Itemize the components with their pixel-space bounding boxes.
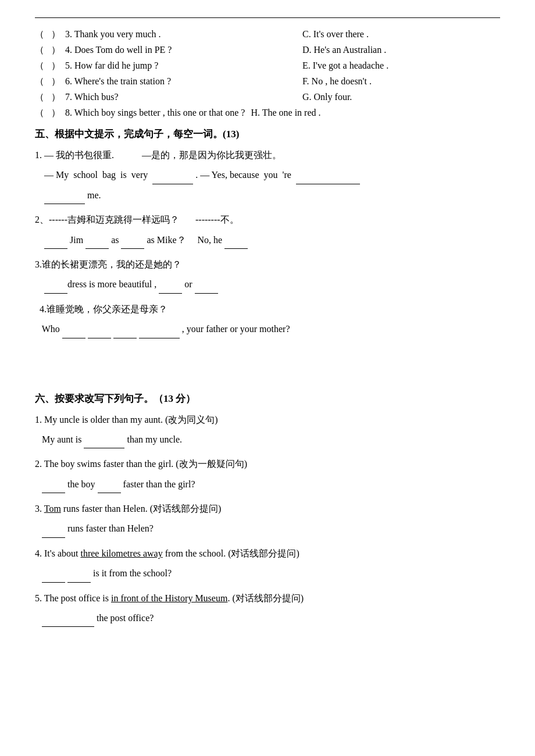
blank-five-2-4 (224, 238, 248, 249)
exercise-five-3: 3.谁的长裙更漂亮，我的还是她的？ dress is more beautifu… (35, 256, 500, 294)
exercise-six-5: 5. The post office is in front of the Hi… (35, 590, 500, 627)
exercise-six-2: 2. The boy swims faster than the girl. (… (35, 455, 500, 493)
matching-answer-8: H. The one in red . (251, 108, 320, 118)
five-1-english-2: me. (35, 187, 500, 204)
matching-row-6: （ ） 6. Where's the train station ? F. No… (35, 76, 500, 88)
matching-row-4: （ ） 4. Does Tom do well in PE ? D. He's … (35, 44, 500, 56)
blank-five-3-1 (44, 283, 67, 294)
matching-left-7: （ ） 7. Which bus? (35, 91, 302, 104)
five-4-english: Who , your father or your mother? (35, 320, 500, 338)
six-3-answer: runs faster than Helen? (35, 520, 500, 537)
paren-close-7: ） (51, 91, 60, 104)
section-five: 五、根据中文提示，完成句子，每空一词。(13) 1. — 我的书包很重. —是的… (35, 127, 500, 338)
exercise-six-3: 3. Tom runs faster than Helen. (对话线部分提问)… (35, 500, 500, 538)
six-1-answer: My aunt is than my uncle. (35, 431, 500, 448)
paren-open-4: （ (35, 44, 44, 56)
six-4-answer: is it from the school? (35, 565, 500, 582)
exercise-five-1: 1. — 我的书包很重. —是的，那是因为你比我更强壮。 — My school… (35, 147, 500, 204)
five-2-chinese: 2、------吉姆和迈克跳得一样远吗？ --------不。 (35, 211, 500, 229)
matching-question-4: 4. Does Tom do well in PE ? (65, 45, 172, 55)
five-1-chinese: 1. — 我的书包很重. —是的，那是因为你比我更强壮。 (35, 147, 500, 164)
blank-six-5 (42, 616, 94, 627)
five-4-chinese: 4.谁睡觉晚，你父亲还是母亲？ (35, 301, 500, 318)
six-5-underline: in front of the History Museum (111, 593, 227, 603)
exercise-five-2: 2、------吉姆和迈克跳得一样远吗？ --------不。 Jim as a… (35, 211, 500, 249)
blank-six-1 (84, 437, 124, 448)
matching-answer-3: C. It's over there . (302, 29, 500, 40)
matching-answer-4: D. He's an Australian . (302, 45, 500, 55)
paren-close-4: ） (51, 44, 60, 56)
five-1-english-1: — My school bag is very . — Yes, because… (35, 166, 500, 184)
matching-left-3: （ ） 3. Thank you very much . (35, 28, 302, 41)
matching-left-4: （ ） 4. Does Tom do well in PE ? (35, 44, 302, 56)
six-1-original: 1. My uncle is older than my aunt. (改为同义… (35, 411, 500, 429)
section-six: 六、按要求改写下列句子。（13 分） 1. My uncle is older … (35, 392, 500, 627)
blank-five-2-2 (85, 238, 109, 249)
six-2-original: 2. The boy swims faster than the girl. (… (35, 455, 500, 473)
six-3-underline: Tom (44, 504, 61, 513)
blank-five-3-3 (195, 283, 218, 294)
blank-six-2-1 (42, 482, 65, 493)
matching-left-8: （ ） 8. Which boy sings better , this one… (35, 107, 245, 119)
paren-open-3: （ (35, 28, 44, 41)
paren-close-8: ） (51, 107, 60, 119)
five-2-english: Jim as as Mike？ No, he (35, 231, 500, 249)
blank-five-2-1 (44, 238, 67, 249)
matching-answer-6: F. No , he doesn't . (302, 76, 500, 87)
blank-five-4-1 (62, 327, 85, 338)
six-4-original: 4. It's about three kilometres away from… (35, 545, 500, 562)
blank-six-2-2 (98, 482, 121, 493)
matching-section: （ ） 3. Thank you very much . C. It's ove… (35, 28, 500, 119)
six-3-original: 3. Tom runs faster than Helen. (对话线部分提问) (35, 500, 500, 518)
section-six-title: 六、按要求改写下列句子。（13 分） (35, 392, 500, 405)
matching-question-5: 5. How far did he jump ? (65, 60, 158, 71)
exercise-six-4: 4. It's about three kilometres away from… (35, 545, 500, 583)
paren-close-6: ） (51, 76, 60, 88)
matching-row-7: （ ） 7. Which bus? G. Only four. (35, 91, 500, 104)
matching-question-8: 8. Which boy sings better , this one or … (65, 108, 245, 118)
blank-five-4-4 (139, 327, 180, 338)
matching-left-6: （ ） 6. Where's the train station ? (35, 76, 302, 88)
matching-row-5: （ ） 5. How far did he jump ? E. I've got… (35, 60, 500, 72)
blank-five-1-1 (152, 173, 193, 184)
matching-question-6: 6. Where's the train station ? (65, 76, 171, 87)
blank-five-4-2 (88, 327, 111, 338)
paren-open-7: （ (35, 91, 44, 104)
matching-row-8: （ ） 8. Which boy sings better , this one… (35, 107, 500, 119)
five-3-chinese: 3.谁的长裙更漂亮，我的还是她的？ (35, 256, 500, 273)
exercise-six-1: 1. My uncle is older than my aunt. (改为同义… (35, 411, 500, 449)
matching-answer-5: E. I've got a headache . (302, 60, 500, 71)
five-3-english: dress is more beautiful , or (35, 276, 500, 293)
exercise-five-4: 4.谁睡觉晚，你父亲还是母亲？ Who , your father or you… (35, 301, 500, 338)
six-5-original: 5. The post office is in front of the Hi… (35, 590, 500, 607)
blank-five-1-2 (296, 173, 360, 184)
blank-six-4-2 (67, 571, 91, 582)
section-five-title: 五、根据中文提示，完成句子，每空一词。(13) (35, 127, 500, 141)
six-4-underline: three kilometres away (80, 548, 162, 558)
matching-left-5: （ ） 5. How far did he jump ? (35, 60, 302, 72)
blank-five-4-3 (113, 327, 137, 338)
paren-close-3: ） (51, 28, 60, 41)
blank-six-3 (42, 527, 65, 538)
matching-answer-7: G. Only four. (302, 92, 500, 102)
blank-five-1-3 (44, 193, 85, 204)
paren-close-5: ） (51, 60, 60, 72)
blank-six-4-1 (42, 571, 65, 582)
paren-open-6: （ (35, 76, 44, 88)
divider-space (35, 345, 500, 375)
six-5-answer: the post office? (35, 609, 500, 627)
paren-open-8: （ (35, 107, 44, 119)
six-2-answer: the boy faster than the girl? (35, 476, 500, 493)
matching-question-7: 7. Which bus? (65, 92, 119, 102)
matching-row-3: （ ） 3. Thank you very much . C. It's ove… (35, 28, 500, 41)
blank-five-3-2 (159, 283, 182, 294)
paren-open-5: （ (35, 60, 44, 72)
top-divider (35, 17, 500, 18)
matching-question-3: 3. Thank you very much . (65, 29, 161, 40)
blank-five-2-3 (121, 238, 144, 249)
